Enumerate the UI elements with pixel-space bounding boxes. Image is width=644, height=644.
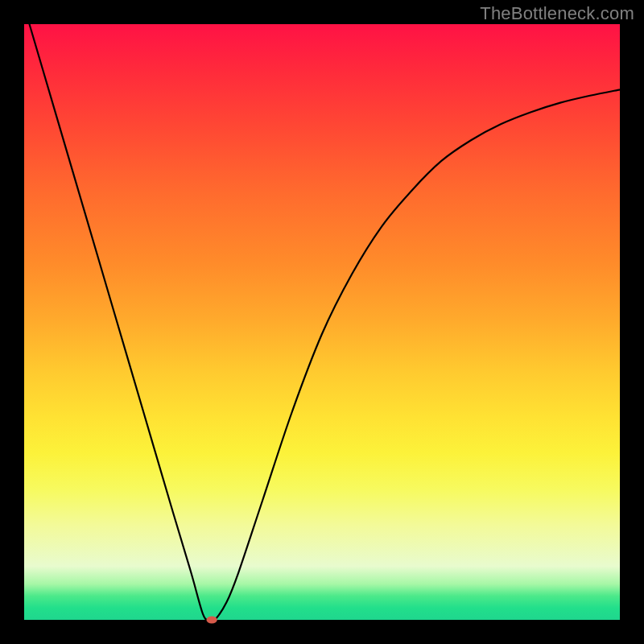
chart-frame: TheBottleneck.com [0,0,644,644]
bottleneck-curve [24,6,620,621]
minimum-marker [206,617,217,624]
watermark-text: TheBottleneck.com [480,3,634,24]
chart-svg [24,24,620,620]
plot-area [24,24,620,620]
